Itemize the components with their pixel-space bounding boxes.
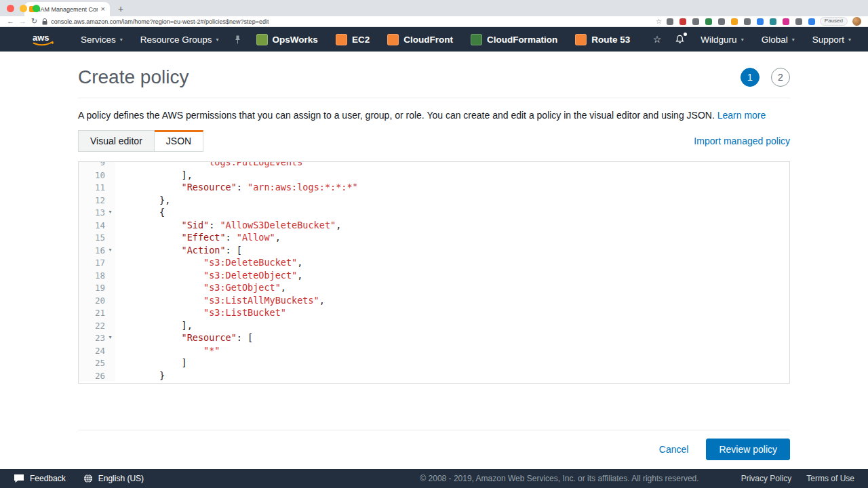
resource-groups-menu[interactable]: Resource Groups ▾ [132,27,228,52]
extension-icon[interactable] [757,18,764,25]
extension-icon[interactable] [808,18,815,25]
cancel-button[interactable]: Cancel [659,444,689,455]
code-line-10[interactable]: 10 ], [79,169,789,182]
json-editor[interactable]: 9 "logs:PutLogEvents"10 ],11 "Resource":… [78,161,790,384]
code-line-11[interactable]: 11 "Resource": "arn:aws:logs:*:*:*" [79,181,789,194]
code-line-18[interactable]: 18 "s3:DeleteObject", [79,269,789,282]
code-line-21[interactable]: 21 "s3:ListBucket" [79,306,789,319]
minimize-window-button[interactable] [20,5,27,12]
nav-shortcuts: OpsWorksEC2CloudFrontCloudFormationRoute… [248,27,639,52]
fold-arrow-icon[interactable]: ▾ [105,331,115,344]
notifications-bell[interactable] [668,34,692,45]
extension-icon[interactable] [795,18,802,25]
aws-logo-icon: aws [31,32,56,47]
pin-icon[interactable] [235,35,241,44]
shortcut-ec2[interactable]: EC2 [327,27,378,52]
account-menu[interactable]: Wildguru ▾ [692,27,752,52]
terms-of-use-link[interactable]: Terms of Use [806,474,854,483]
extension-icon[interactable] [692,18,699,25]
code-line-17[interactable]: 17 "s3:DeleteBucket", [79,256,789,269]
chevron-down-icon: ▾ [216,37,219,43]
privacy-policy-link[interactable]: Privacy Policy [741,474,792,483]
new-tab-button[interactable]: + [118,3,123,14]
extension-icon[interactable] [770,18,776,25]
footer-left: Feedback English (US) [14,474,144,483]
extension-icon[interactable] [731,18,738,25]
code-line-24[interactable]: 24 "*" [79,344,789,357]
step-1: 1 [741,68,760,87]
code-line-23[interactable]: 23▾ "Resource": [ [79,331,789,344]
chevron-down-icon: ▾ [120,37,123,43]
line-gutter: 16▾ [79,244,115,257]
shortcut-label: CloudFront [403,35,453,45]
line-number: 13 [95,207,105,218]
aws-logo[interactable]: aws [31,32,56,47]
import-managed-policy-link[interactable]: Import managed policy [694,136,790,146]
line-gutter: 21 [79,306,115,319]
code-line-22[interactable]: 22 ], [79,319,789,332]
tab-close-icon[interactable]: × [101,5,105,13]
extension-icon[interactable] [783,18,789,25]
code-text: "Resource": [ [115,331,253,344]
line-number: 11 [95,182,105,192]
code-line-25[interactable]: 25 ] [79,357,789,369]
extension-icon[interactable] [667,18,673,25]
shortcut-opsworks[interactable]: OpsWorks [248,27,327,52]
code-text: } [115,369,165,382]
code-line-16[interactable]: 16▾ "Action": [ [79,244,789,257]
close-window-button[interactable] [7,5,14,12]
line-gutter: 26 [79,369,115,382]
code-text: { [115,206,165,219]
pin-shortcut-icon[interactable]: ☆ [646,34,669,45]
line-gutter: 25 [79,357,115,369]
nav-right: ☆ Wildguru ▾ Global ▾ Support ▾ [646,27,860,52]
line-gutter: 10 [79,169,115,182]
zoom-window-button[interactable] [33,5,40,12]
paused-badge: Paused [820,17,848,26]
extension-icon[interactable] [718,18,725,25]
shortcut-cloudformation[interactable]: CloudFormation [462,27,566,52]
line-gutter: 14 [79,219,115,232]
services-menu[interactable]: Services ▾ [72,27,132,52]
back-button[interactable]: ← [7,18,14,25]
extension-icon[interactable] [679,18,686,25]
language-selector[interactable]: English (US) [83,474,144,483]
feedback-button[interactable]: Feedback [14,474,66,483]
refresh-button[interactable]: ↻ [31,18,37,25]
support-menu[interactable]: Support ▾ [804,27,860,52]
review-policy-button[interactable]: Review policy [706,439,790,460]
region-menu[interactable]: Global ▾ [753,27,804,52]
line-gutter: 11 [79,181,115,194]
account-label: Wildguru [701,35,736,45]
code-line-15[interactable]: 15 "Effect": "Allow", [79,231,789,244]
code-line-20[interactable]: 20 "s3:ListAllMyBuckets", [79,294,789,307]
copyright-text: © 2008 - 2019, Amazon Web Services, Inc.… [420,474,698,483]
code-text: "Action": [ [115,244,242,257]
line-number: 10 [95,170,105,180]
step-indicator: 12 [741,68,790,87]
learn-more-link[interactable]: Learn more [717,110,766,121]
window-controls [7,5,40,12]
tab-json[interactable]: JSON [155,130,203,152]
code-line-19[interactable]: 19 "s3:GetObject", [79,281,789,294]
step-2: 2 [771,68,790,87]
bookmark-star-icon[interactable]: ☆ [656,18,662,25]
services-label: Services [81,35,116,45]
extension-icon[interactable] [744,18,751,25]
profile-avatar[interactable] [852,17,861,26]
line-number: 22 [95,321,105,331]
extension-icon[interactable] [705,18,712,25]
fold-arrow-icon[interactable]: ▾ [105,206,115,219]
code-line-9[interactable]: 9 "logs:PutLogEvents" [79,161,789,169]
tab-visual-editor[interactable]: Visual editor [78,130,155,152]
forward-button[interactable]: → [19,18,26,25]
fold-arrow-icon[interactable]: ▾ [105,244,115,257]
shortcut-route-53[interactable]: Route 53 [566,27,639,52]
shortcut-cloudfront[interactable]: CloudFront [378,27,462,52]
code-text: "s3:GetObject", [115,281,286,294]
code-line-12[interactable]: 12 }, [79,194,789,207]
url-input[interactable]: console.aws.amazon.com/iam/home?region=e… [42,18,662,25]
code-line-26[interactable]: 26 } [79,369,789,382]
code-line-14[interactable]: 14 "Sid": "AllowS3DeleteBucket", [79,219,789,232]
code-line-13[interactable]: 13▾ { [79,206,789,219]
